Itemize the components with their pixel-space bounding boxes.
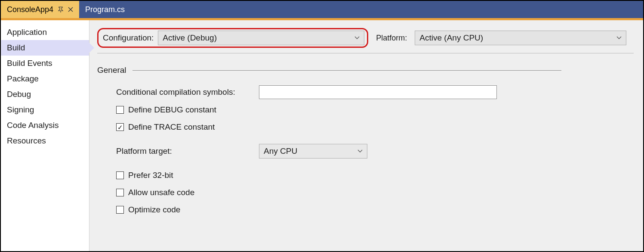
configuration-group: Configuration: Active (Debug) <box>97 28 368 48</box>
tab-label: ConsoleApp4 <box>7 5 53 14</box>
platform-target-dropdown[interactable]: Any CPU <box>259 144 367 159</box>
conditional-symbols-input[interactable] <box>259 85 497 99</box>
prefer-32bit-label: Prefer 32-bit <box>128 171 173 180</box>
sidebar-item-label: Application <box>7 28 47 37</box>
chevron-down-icon <box>357 149 363 153</box>
sidebar: Application Build Build Events Package D… <box>1 20 89 251</box>
platform-target-label: Platform target: <box>116 146 259 156</box>
configuration-label: Configuration: <box>103 33 154 43</box>
platform-label: Platform: <box>376 34 407 43</box>
define-trace-label: Define TRACE constant <box>128 122 215 132</box>
dropdown-value: Active (Debug) <box>163 33 217 43</box>
sidebar-item-build[interactable]: Build <box>1 40 89 56</box>
tab-project-properties[interactable]: ConsoleApp4 <box>1 1 79 18</box>
chevron-down-icon <box>354 36 360 40</box>
tab-bar: ConsoleApp4 Program.cs <box>1 1 643 18</box>
prefer-32bit-checkbox[interactable] <box>116 171 124 179</box>
chevron-down-icon <box>616 36 622 40</box>
define-trace-checkbox[interactable] <box>116 123 124 131</box>
section-title: General <box>97 65 126 75</box>
optimize-code-checkbox[interactable] <box>116 206 124 214</box>
sidebar-item-label: Package <box>7 74 39 83</box>
sidebar-item-signing[interactable]: Signing <box>1 102 89 118</box>
configuration-dropdown[interactable]: Active (Debug) <box>158 31 364 45</box>
sidebar-item-debug[interactable]: Debug <box>1 87 89 102</box>
sidebar-item-resources[interactable]: Resources <box>1 133 89 149</box>
allow-unsafe-label: Allow unsafe code <box>128 188 194 197</box>
pin-icon[interactable] <box>58 6 64 12</box>
dropdown-value: Any CPU <box>264 146 297 156</box>
sidebar-item-label: Code Analysis <box>7 121 59 130</box>
conditional-symbols-label: Conditional compilation symbols: <box>116 87 259 97</box>
main-panel: Configuration: Active (Debug) Platform: … <box>89 20 643 251</box>
close-icon[interactable] <box>68 7 73 12</box>
allow-unsafe-checkbox[interactable] <box>116 189 124 196</box>
sidebar-item-package[interactable]: Package <box>1 71 89 87</box>
define-debug-checkbox[interactable] <box>116 106 124 114</box>
sidebar-item-label: Resources <box>7 136 46 145</box>
sidebar-item-code-analysis[interactable]: Code Analysis <box>1 118 89 133</box>
dropdown-value: Active (Any CPU) <box>419 33 483 43</box>
tab-program-cs[interactable]: Program.cs <box>79 1 131 18</box>
divider <box>97 53 634 53</box>
tab-label: Program.cs <box>85 5 125 14</box>
sidebar-item-label: Build <box>7 43 25 52</box>
sidebar-item-label: Build Events <box>7 59 52 68</box>
platform-dropdown[interactable]: Active (Any CPU) <box>415 31 626 45</box>
sidebar-item-application[interactable]: Application <box>1 25 89 40</box>
sidebar-item-label: Signing <box>7 105 34 114</box>
optimize-code-label: Optimize code <box>128 205 180 215</box>
section-divider <box>132 70 561 71</box>
sidebar-item-label: Debug <box>7 90 31 99</box>
sidebar-item-build-events[interactable]: Build Events <box>1 56 89 71</box>
define-debug-label: Define DEBUG constant <box>128 105 216 115</box>
